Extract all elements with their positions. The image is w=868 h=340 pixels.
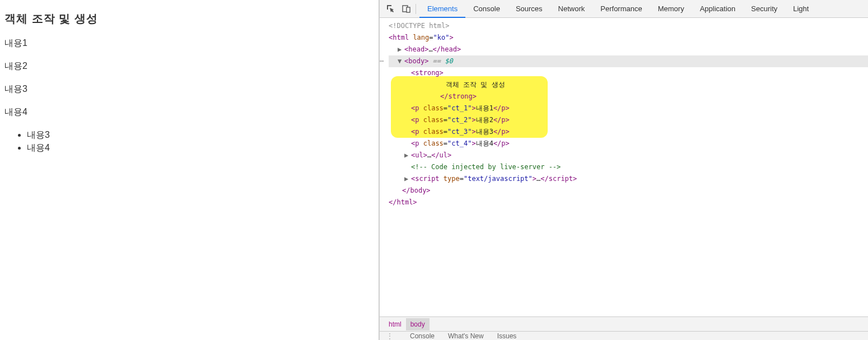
rendered-page: 객체 조작 및 생성 내용1 내용2 내용3 내용4 내용3 내용4 xyxy=(0,0,379,340)
tab-network[interactable]: Network xyxy=(550,0,593,18)
tab-sources[interactable]: Sources xyxy=(508,0,550,18)
content-paragraph: 내용2 xyxy=(4,60,374,72)
list-item: 내용4 xyxy=(27,142,374,154)
tab-console[interactable]: Console xyxy=(465,0,508,18)
dom-node-html[interactable]: <html lang="ko"> xyxy=(389,32,868,44)
dom-node-p3[interactable]: <p class="ct_3">내용3</p> xyxy=(389,126,868,138)
inspect-element-icon[interactable] xyxy=(383,1,399,17)
devtools-panel: Elements Console Sources Network Perform… xyxy=(379,0,868,340)
content-paragraph: 내용3 xyxy=(4,83,374,95)
toolbar-separator xyxy=(416,4,416,14)
content-list: 내용3 내용4 xyxy=(4,129,374,154)
tab-memory[interactable]: Memory xyxy=(650,0,692,18)
dom-node-html-close[interactable]: </html> xyxy=(389,197,868,208)
expand-toggle-icon[interactable]: ▶ xyxy=(404,150,410,161)
collapse-toggle-icon[interactable]: ▼ xyxy=(398,55,403,67)
list-item: 내용3 xyxy=(27,129,374,141)
dom-node-body-selected[interactable]: ▼<body> == $0 xyxy=(389,55,868,67)
elements-tree[interactable]: <!DOCTYPE html> <html lang="ko"> ▶<head>… xyxy=(380,18,868,316)
devtools-toolbar: Elements Console Sources Network Perform… xyxy=(380,0,868,18)
dom-node-strong-close[interactable]: </strong> xyxy=(389,91,868,103)
expand-toggle-icon[interactable]: ▶ xyxy=(404,173,410,185)
breadcrumb-html[interactable]: html xyxy=(384,318,406,330)
svg-rect-1 xyxy=(407,7,410,12)
drawer-tab-console[interactable]: Console xyxy=(410,332,435,340)
tab-elements[interactable]: Elements xyxy=(419,0,465,18)
dom-node-p2[interactable]: <p class="ct_2">내용2</p> xyxy=(389,114,868,126)
content-paragraph: 내용1 xyxy=(4,38,374,49)
dom-node-p1[interactable]: <p class="ct_1">내용1</p> xyxy=(389,103,868,114)
dom-node-script[interactable]: ▶<script type="text/javascript">…</scrip… xyxy=(389,173,868,185)
page-title: 객체 조작 및 생성 xyxy=(4,11,374,26)
dom-node-strong-text[interactable]: 객체 조작 및 생성 xyxy=(389,79,868,91)
breadcrumb-body[interactable]: body xyxy=(406,318,430,330)
toggle-device-toolbar-icon[interactable] xyxy=(399,1,414,17)
content-paragraph: 내용4 xyxy=(4,106,374,118)
devtools-drawer: ⋮ Console What's New Issues xyxy=(380,331,868,340)
tab-lighthouse[interactable]: Light xyxy=(785,0,816,18)
dom-breadcrumb: html body xyxy=(380,316,868,331)
expand-toggle-icon[interactable]: ▶ xyxy=(398,44,403,55)
dom-node-p4[interactable]: <p class="ct_4">내용4</p> xyxy=(389,138,868,150)
dom-node-doctype[interactable]: <!DOCTYPE html> xyxy=(389,20,868,32)
drawer-tab-whatsnew[interactable]: What's New xyxy=(448,332,484,340)
dom-node-strong-open[interactable]: <strong> xyxy=(389,67,868,79)
drawer-tab-issues[interactable]: Issues xyxy=(497,332,517,340)
tab-application[interactable]: Application xyxy=(692,0,744,18)
drawer-menu-icon[interactable]: ⋮ xyxy=(386,332,393,340)
dom-node-body-close[interactable]: </body> xyxy=(389,185,868,197)
tab-security[interactable]: Security xyxy=(743,0,785,18)
dom-node-head[interactable]: ▶<head>…</head> xyxy=(389,44,868,55)
dom-node-comment[interactable]: <!-- Code injected by live-server --> xyxy=(389,161,868,173)
tab-performance[interactable]: Performance xyxy=(592,0,650,18)
dom-node-ul[interactable]: ▶<ul>…</ul> xyxy=(389,150,868,161)
